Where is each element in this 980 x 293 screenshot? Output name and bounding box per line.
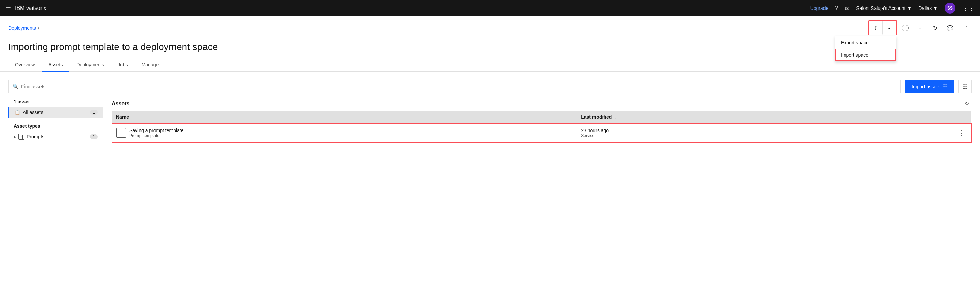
table-head: Name Last modified ↓ xyxy=(112,111,972,123)
tab-assets[interactable]: Assets xyxy=(41,59,69,72)
upgrade-link[interactable]: Upgrade xyxy=(810,5,829,11)
filter-view-button[interactable]: ☷ xyxy=(958,80,972,93)
nav-right: Upgrade ? ✉ Saloni Saluja's Account ▼ Da… xyxy=(810,3,975,14)
account-menu[interactable]: Saloni Saluja's Account ▼ xyxy=(856,5,912,11)
avatar[interactable]: SS xyxy=(945,3,956,14)
asset-sidebar: 1 asset 📋 All assets 1 Asset types ▶ [·]… xyxy=(8,99,103,143)
content-area: 🔍 Import assets ☷ ☷ 1 asset 📋 All assets… xyxy=(0,72,980,151)
filter-icon: ☷ xyxy=(943,84,947,89)
columns-icon: ≡ xyxy=(918,25,921,31)
col-last-modified[interactable]: Last modified ↓ xyxy=(577,111,848,123)
chat-icon: 💬 xyxy=(947,25,953,31)
assets-table-title: Assets xyxy=(111,101,129,107)
filter-columns-icon: ☷ xyxy=(963,83,967,90)
import-export-group: ⇧ ▲ Export space Import space xyxy=(869,21,897,35)
subheader: Deployments / ⇧ ▲ Export space Import sp… xyxy=(0,16,980,35)
prompt-template-icon: [·] xyxy=(120,131,123,135)
modified-time: 23 hours ago xyxy=(581,128,844,133)
asset-name-cell: [·] Saving a prompt template Prompt temp… xyxy=(116,128,573,138)
info-icon-btn[interactable]: i xyxy=(898,21,912,35)
all-assets-label: All assets xyxy=(23,110,43,115)
asset-count-label: 1 asset xyxy=(8,99,103,104)
search-bar: 🔍 Import assets ☷ ☷ xyxy=(8,80,972,93)
sidebar-all-assets[interactable]: 📋 All assets 1 xyxy=(8,107,103,118)
page-title: Importing prompt template to a deploymen… xyxy=(8,41,972,53)
columns-icon-btn[interactable]: ≡ xyxy=(913,21,927,35)
import-space-item[interactable]: Import space xyxy=(835,49,896,61)
table-row: [·] Saving a prompt template Prompt temp… xyxy=(112,123,972,142)
col-last-modified-label: Last modified xyxy=(581,114,612,120)
col-actions xyxy=(848,111,972,123)
grid-icon-btn[interactable]: ⋰ xyxy=(958,21,972,35)
tab-overview[interactable]: Overview xyxy=(8,59,41,72)
asset-name-text: Saving a prompt template Prompt template xyxy=(129,128,184,138)
search-input[interactable] xyxy=(21,84,896,89)
brand-logo: IBM watsonx xyxy=(15,5,46,11)
breadcrumb-separator: / xyxy=(38,25,40,30)
tab-deployments[interactable]: Deployments xyxy=(69,59,111,72)
search-input-wrap: 🔍 xyxy=(8,80,901,93)
breadcrumb: Deployments / xyxy=(8,25,40,30)
info-icon: i xyxy=(902,24,908,31)
cell-modified: 23 hours ago Service xyxy=(577,123,848,142)
cell-name: [·] Saving a prompt template Prompt temp… xyxy=(112,123,577,142)
table-header-row: Name Last modified ↓ xyxy=(112,111,972,123)
grid-icon: ⋰ xyxy=(962,25,968,31)
notifications-icon[interactable]: ✉ xyxy=(845,5,850,11)
import-assets-button[interactable]: Import assets ☷ xyxy=(905,80,954,93)
toolbar-icons: ⇧ ▲ Export space Import space i ≡ ↻ 💬 ⋰ xyxy=(869,21,972,35)
nav-left: ☰ IBM watsonx xyxy=(5,5,46,12)
history-icon: ↻ xyxy=(933,25,937,31)
row-overflow-button[interactable]: ⋮ xyxy=(956,128,967,138)
export-import-dropdown: Export space Import space xyxy=(835,36,896,61)
asset-type-icon: [·] xyxy=(116,128,126,138)
tab-manage[interactable]: Manage xyxy=(135,59,166,72)
page-title-section: Importing prompt template to a deploymen… xyxy=(0,35,980,53)
chevron-toggle-btn[interactable]: ▲ xyxy=(883,21,896,35)
sidebar-prompts-item[interactable]: ▶ [·] Prompts 1 xyxy=(14,131,98,142)
breadcrumb-deployments-link[interactable]: Deployments xyxy=(8,25,36,30)
region-menu[interactable]: Dallas ▼ xyxy=(918,5,938,11)
asset-name: Saving a prompt template xyxy=(129,128,184,133)
region-label: Dallas xyxy=(918,5,932,11)
export-space-item[interactable]: Export space xyxy=(835,37,896,49)
modified-sub: Service xyxy=(581,133,844,138)
prompts-badge: 1 xyxy=(90,134,98,139)
asset-layout: 1 asset 📋 All assets 1 Asset types ▶ [·]… xyxy=(8,99,972,143)
tab-jobs[interactable]: Jobs xyxy=(111,59,135,72)
hamburger-icon[interactable]: ☰ xyxy=(5,5,11,12)
top-navigation: ☰ IBM watsonx Upgrade ? ✉ Saloni Saluja'… xyxy=(0,0,980,16)
asset-types-title: Asset types xyxy=(14,123,98,129)
tabs-bar: Overview Assets Deployments Jobs Manage xyxy=(0,53,980,72)
cell-actions: ⋮ xyxy=(848,123,972,142)
prompt-icon: [·] xyxy=(18,134,24,140)
col-name: Name xyxy=(112,111,577,123)
import-assets-label: Import assets xyxy=(912,84,940,89)
asset-type: Prompt template xyxy=(129,133,184,138)
search-icon: 🔍 xyxy=(13,84,18,89)
table-body: [·] Saving a prompt template Prompt temp… xyxy=(112,123,972,142)
history-icon-btn[interactable]: ↻ xyxy=(928,21,942,35)
chat-icon-btn[interactable]: 💬 xyxy=(943,21,957,35)
sort-icon: ↓ xyxy=(614,114,617,120)
assets-table: Name Last modified ↓ [·] xyxy=(111,111,972,143)
sidebar-subitem-left: ▶ [·] Prompts xyxy=(14,134,44,140)
chevron-up-icon: ▲ xyxy=(888,26,891,30)
region-chevron-icon: ▼ xyxy=(933,5,938,11)
asset-types-section: Asset types ▶ [·] Prompts 1 xyxy=(8,123,103,142)
asset-modified: 23 hours ago Service xyxy=(581,128,844,138)
account-chevron-icon: ▼ xyxy=(907,5,912,11)
export-import-icon-btn[interactable]: ⇧ xyxy=(869,21,883,35)
upload-icon: ⇧ xyxy=(873,25,878,31)
help-icon[interactable]: ? xyxy=(835,5,838,11)
expand-icon: ▶ xyxy=(14,135,16,139)
apps-icon[interactable]: ⋮⋮ xyxy=(962,5,975,12)
asset-main: Assets ↻ Name Last modified ↓ xyxy=(103,99,972,143)
account-label: Saloni Saluja's Account xyxy=(856,5,905,11)
sidebar-item-left: 📋 All assets xyxy=(14,110,43,115)
all-assets-badge: 1 xyxy=(90,110,98,115)
prompts-label: Prompts xyxy=(27,134,44,139)
asset-table-header-row: Assets ↻ xyxy=(111,99,972,108)
refresh-button[interactable]: ↻ xyxy=(962,99,972,108)
copy-icon: 📋 xyxy=(14,110,20,115)
